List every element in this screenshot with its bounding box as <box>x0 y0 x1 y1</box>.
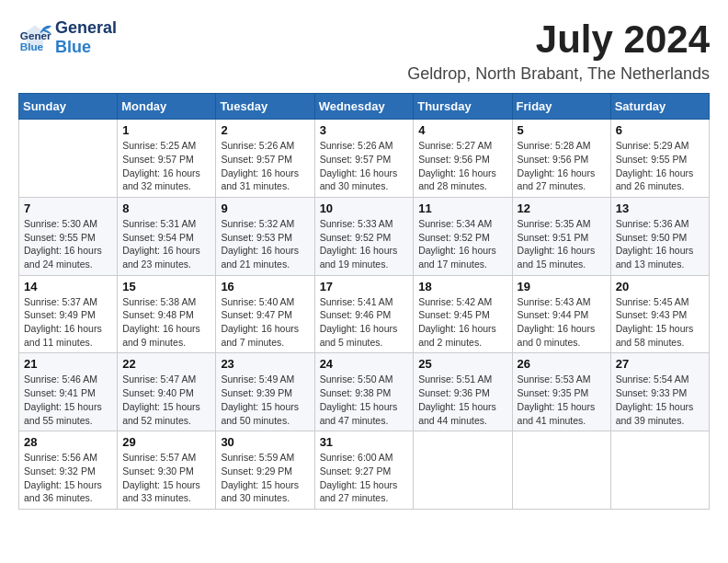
day-number: 2 <box>221 123 309 137</box>
day-number: 31 <box>320 435 409 449</box>
day-info: Sunrise: 5:42 AM Sunset: 9:45 PM Dayligh… <box>418 295 506 350</box>
day-number: 8 <box>122 201 210 215</box>
calendar-cell: 10Sunrise: 5:33 AM Sunset: 9:52 PM Dayli… <box>314 197 414 275</box>
day-number: 10 <box>320 201 409 215</box>
day-info: Sunrise: 5:49 AM Sunset: 9:39 PM Dayligh… <box>221 373 309 427</box>
calendar-cell: 7Sunrise: 5:30 AM Sunset: 9:55 PM Daylig… <box>19 197 118 275</box>
day-info: Sunrise: 5:45 AM Sunset: 9:43 PM Dayligh… <box>616 295 704 350</box>
calendar-cell: 29Sunrise: 5:57 AM Sunset: 9:30 PM Dayli… <box>118 431 216 510</box>
calendar-cell <box>414 431 512 510</box>
day-number: 16 <box>221 280 309 293</box>
calendar-cell: 23Sunrise: 5:49 AM Sunset: 9:39 PM Dayli… <box>216 353 314 431</box>
day-info: Sunrise: 5:43 AM Sunset: 9:44 PM Dayligh… <box>518 295 606 350</box>
day-number: 29 <box>122 435 210 449</box>
calendar-week-row: 7Sunrise: 5:30 AM Sunset: 9:55 PM Daylig… <box>19 197 710 275</box>
calendar-cell: 16Sunrise: 5:40 AM Sunset: 9:47 PM Dayli… <box>216 275 314 353</box>
day-number: 26 <box>518 357 606 371</box>
calendar-cell: 6Sunrise: 5:29 AM Sunset: 9:55 PM Daylig… <box>610 120 709 198</box>
weekday-header: Thursday <box>414 94 512 120</box>
day-info: Sunrise: 5:33 AM Sunset: 9:52 PM Dayligh… <box>320 217 409 271</box>
calendar-body: 1Sunrise: 5:25 AM Sunset: 9:57 PM Daylig… <box>19 120 710 510</box>
calendar-cell: 31Sunrise: 6:00 AM Sunset: 9:27 PM Dayli… <box>314 431 414 510</box>
calendar-cell: 22Sunrise: 5:47 AM Sunset: 9:40 PM Dayli… <box>118 353 216 431</box>
day-info: Sunrise: 5:38 AM Sunset: 9:48 PM Dayligh… <box>122 295 210 350</box>
day-number: 5 <box>518 123 606 137</box>
calendar-cell: 4Sunrise: 5:27 AM Sunset: 9:56 PM Daylig… <box>414 120 512 198</box>
day-number: 30 <box>221 435 309 449</box>
calendar-cell: 1Sunrise: 5:25 AM Sunset: 9:57 PM Daylig… <box>118 120 216 198</box>
calendar-week-row: 1Sunrise: 5:25 AM Sunset: 9:57 PM Daylig… <box>19 120 710 198</box>
calendar-cell: 5Sunrise: 5:28 AM Sunset: 9:56 PM Daylig… <box>512 120 610 198</box>
calendar-cell <box>512 431 610 510</box>
calendar-cell: 21Sunrise: 5:46 AM Sunset: 9:41 PM Dayli… <box>19 353 118 431</box>
logo-icon: General Blue <box>18 21 51 54</box>
calendar-cell <box>19 120 118 198</box>
calendar-cell: 2Sunrise: 5:26 AM Sunset: 9:57 PM Daylig… <box>216 120 314 198</box>
calendar-cell: 30Sunrise: 5:59 AM Sunset: 9:29 PM Dayli… <box>216 431 314 510</box>
day-info: Sunrise: 6:00 AM Sunset: 9:27 PM Dayligh… <box>320 451 409 505</box>
title-section: July 2024 Geldrop, North Brabant, The Ne… <box>407 18 710 84</box>
day-info: Sunrise: 5:56 AM Sunset: 9:32 PM Dayligh… <box>24 451 112 505</box>
day-number: 20 <box>616 280 704 293</box>
location: Geldrop, North Brabant, The Netherlands <box>407 64 710 84</box>
day-info: Sunrise: 5:25 AM Sunset: 9:57 PM Dayligh… <box>122 139 210 193</box>
day-info: Sunrise: 5:50 AM Sunset: 9:38 PM Dayligh… <box>320 373 409 427</box>
day-info: Sunrise: 5:59 AM Sunset: 9:29 PM Dayligh… <box>221 451 309 505</box>
day-info: Sunrise: 5:36 AM Sunset: 9:50 PM Dayligh… <box>616 217 704 271</box>
day-info: Sunrise: 5:51 AM Sunset: 9:36 PM Dayligh… <box>418 373 506 427</box>
calendar-cell: 13Sunrise: 5:36 AM Sunset: 9:50 PM Dayli… <box>610 197 709 275</box>
weekday-header: Tuesday <box>216 94 314 120</box>
logo-blue: Blue <box>55 38 117 57</box>
calendar-cell: 25Sunrise: 5:51 AM Sunset: 9:36 PM Dayli… <box>414 353 512 431</box>
page-header: General Blue General Blue July 2024 Geld… <box>18 18 710 84</box>
day-info: Sunrise: 5:27 AM Sunset: 9:56 PM Dayligh… <box>418 139 506 193</box>
day-info: Sunrise: 5:34 AM Sunset: 9:52 PM Dayligh… <box>418 217 506 271</box>
calendar-week-row: 21Sunrise: 5:46 AM Sunset: 9:41 PM Dayli… <box>19 353 710 431</box>
day-number: 18 <box>418 280 506 293</box>
calendar-cell: 26Sunrise: 5:53 AM Sunset: 9:35 PM Dayli… <box>512 353 610 431</box>
day-number: 23 <box>221 357 309 371</box>
calendar-week-row: 14Sunrise: 5:37 AM Sunset: 9:49 PM Dayli… <box>19 275 710 353</box>
day-info: Sunrise: 5:31 AM Sunset: 9:54 PM Dayligh… <box>122 217 210 271</box>
calendar-cell: 15Sunrise: 5:38 AM Sunset: 9:48 PM Dayli… <box>118 275 216 353</box>
weekday-header: Wednesday <box>314 94 414 120</box>
calendar-cell: 20Sunrise: 5:45 AM Sunset: 9:43 PM Dayli… <box>610 275 709 353</box>
day-info: Sunrise: 5:40 AM Sunset: 9:47 PM Dayligh… <box>221 295 309 350</box>
calendar-cell: 12Sunrise: 5:35 AM Sunset: 9:51 PM Dayli… <box>512 197 610 275</box>
calendar-table: SundayMondayTuesdayWednesdayThursdayFrid… <box>18 93 710 510</box>
day-info: Sunrise: 5:35 AM Sunset: 9:51 PM Dayligh… <box>518 217 606 271</box>
weekday-header: Monday <box>118 94 216 120</box>
calendar-cell <box>610 431 709 510</box>
day-number: 19 <box>518 280 606 293</box>
calendar-cell: 17Sunrise: 5:41 AM Sunset: 9:46 PM Dayli… <box>314 275 414 353</box>
calendar-cell: 9Sunrise: 5:32 AM Sunset: 9:53 PM Daylig… <box>216 197 314 275</box>
day-number: 14 <box>24 280 112 293</box>
day-number: 13 <box>616 201 704 215</box>
day-number: 12 <box>518 201 606 215</box>
day-info: Sunrise: 5:47 AM Sunset: 9:40 PM Dayligh… <box>122 373 210 427</box>
weekday-header: Sunday <box>19 94 118 120</box>
day-info: Sunrise: 5:57 AM Sunset: 9:30 PM Dayligh… <box>122 451 210 505</box>
day-info: Sunrise: 5:28 AM Sunset: 9:56 PM Dayligh… <box>518 139 606 193</box>
calendar-header-row: SundayMondayTuesdayWednesdayThursdayFrid… <box>19 94 710 120</box>
day-number: 6 <box>616 123 704 137</box>
calendar-cell: 18Sunrise: 5:42 AM Sunset: 9:45 PM Dayli… <box>414 275 512 353</box>
day-info: Sunrise: 5:30 AM Sunset: 9:55 PM Dayligh… <box>24 217 112 271</box>
logo-general: General <box>55 18 117 38</box>
month-title: July 2024 <box>407 18 710 61</box>
day-number: 24 <box>320 357 409 371</box>
day-number: 21 <box>24 357 112 371</box>
day-info: Sunrise: 5:29 AM Sunset: 9:55 PM Dayligh… <box>616 139 704 193</box>
logo: General Blue General Blue <box>18 18 117 56</box>
day-info: Sunrise: 5:41 AM Sunset: 9:46 PM Dayligh… <box>320 295 409 350</box>
day-number: 4 <box>418 123 506 137</box>
svg-text:Blue: Blue <box>20 40 44 52</box>
day-info: Sunrise: 5:26 AM Sunset: 9:57 PM Dayligh… <box>221 139 309 193</box>
day-info: Sunrise: 5:32 AM Sunset: 9:53 PM Dayligh… <box>221 217 309 271</box>
day-number: 9 <box>221 201 309 215</box>
day-number: 3 <box>320 123 409 137</box>
day-number: 17 <box>320 280 409 293</box>
weekday-header: Saturday <box>610 94 709 120</box>
day-number: 7 <box>24 201 112 215</box>
calendar-cell: 28Sunrise: 5:56 AM Sunset: 9:32 PM Dayli… <box>19 431 118 510</box>
